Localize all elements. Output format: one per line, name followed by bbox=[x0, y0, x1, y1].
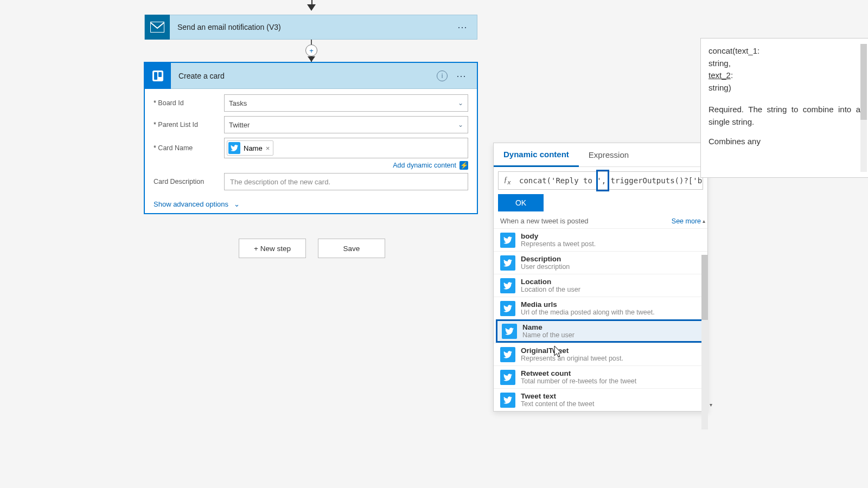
field-item-location[interactable]: LocationLocation of the user bbox=[494, 274, 707, 297]
field-name: Retweet count bbox=[521, 369, 636, 377]
ok-button[interactable]: OK bbox=[498, 194, 544, 211]
parent-list-value: Twitter bbox=[229, 121, 250, 129]
action-title: Send an email notification (V3) bbox=[177, 23, 281, 31]
field-name: Location bbox=[521, 278, 580, 286]
chevron-down-icon: ⌄ bbox=[234, 200, 240, 208]
card-description-label: Card Description bbox=[154, 178, 224, 185]
info-icon[interactable]: i bbox=[437, 70, 448, 81]
card-description-placeholder: The description of the new card. bbox=[230, 178, 330, 186]
field-description: User description bbox=[521, 263, 570, 271]
card-description-input[interactable]: The description of the new card. bbox=[224, 173, 468, 190]
action-send-email[interactable]: Send an email notification (V3) ⋯ bbox=[144, 15, 477, 40]
token-label: Name bbox=[244, 144, 263, 152]
svg-rect-2 bbox=[154, 72, 157, 80]
action-more-button[interactable]: ⋯ bbox=[457, 21, 468, 33]
twitter-icon bbox=[502, 324, 517, 339]
list-scrollbar[interactable] bbox=[701, 255, 708, 429]
trello-header[interactable]: Create a card i ⋯ bbox=[145, 63, 477, 89]
board-id-label: * Board Id bbox=[154, 99, 224, 107]
arrow-mid bbox=[308, 56, 315, 62]
source-label: When a new tweet is posted bbox=[500, 217, 589, 225]
board-id-value: Tasks bbox=[229, 99, 247, 107]
action-create-card: Create a card i ⋯ * Board Id Tasks ⌄ * P… bbox=[144, 62, 478, 214]
twitter-icon bbox=[500, 370, 515, 385]
tab-dynamic-content[interactable]: Dynamic content bbox=[494, 143, 579, 167]
scrollbar-thumb[interactable] bbox=[860, 44, 867, 120]
field-description: Name of the user bbox=[522, 331, 575, 339]
field-name: Name bbox=[522, 323, 575, 331]
svg-rect-0 bbox=[150, 22, 164, 33]
twitter-icon bbox=[500, 233, 515, 248]
twitter-icon bbox=[500, 255, 515, 271]
plus-icon: ⚡ bbox=[459, 161, 468, 170]
chevron-down-icon: ⌄ bbox=[458, 121, 463, 129]
field-name: Media urls bbox=[521, 300, 655, 309]
field-name: Tweet text bbox=[521, 392, 595, 400]
field-description: Represents an original tweet post. bbox=[521, 355, 623, 362]
dynamic-field-list: bodyRepresents a tweet post.DescriptionU… bbox=[494, 228, 707, 411]
twitter-icon bbox=[500, 393, 515, 408]
card-name-label: * Card Name bbox=[154, 144, 224, 152]
expression-help-tooltip: concat(text_1: string, text_2: string) R… bbox=[700, 38, 868, 178]
twitter-icon bbox=[500, 278, 515, 293]
field-item-body[interactable]: bodyRepresents a tweet post. bbox=[494, 228, 707, 251]
board-id-dropdown[interactable]: Tasks ⌄ bbox=[224, 94, 468, 112]
parent-list-dropdown[interactable]: Twitter ⌄ bbox=[224, 116, 468, 133]
twitter-icon bbox=[228, 142, 240, 154]
field-description: Represents a tweet post. bbox=[521, 240, 596, 248]
svg-rect-3 bbox=[158, 72, 162, 77]
expression-text: concat('Reply to ', triggerOutputs()?['b… bbox=[516, 176, 703, 185]
field-description: Location of the user bbox=[521, 286, 580, 293]
trello-icon bbox=[145, 63, 171, 89]
trello-more-button[interactable]: ⋯ bbox=[456, 70, 467, 82]
field-item-description[interactable]: DescriptionUser description bbox=[494, 251, 707, 274]
card-name-input[interactable]: Name × bbox=[224, 138, 468, 158]
field-item-name[interactable]: NameName of the user bbox=[496, 319, 705, 343]
twitter-icon bbox=[500, 347, 515, 362]
field-name: OriginalTweet bbox=[521, 346, 623, 355]
field-name: Description bbox=[521, 255, 570, 263]
see-more-link[interactable]: See more bbox=[672, 217, 701, 225]
field-item-media-urls[interactable]: Media urlsUrl of the media posted along … bbox=[494, 297, 707, 319]
trello-title: Create a card bbox=[178, 72, 225, 80]
expression-cursor-highlight bbox=[596, 170, 609, 191]
chevron-down-icon: ⌄ bbox=[458, 99, 463, 107]
arrow-into-email bbox=[310, 0, 314, 12]
parent-list-label: * Parent List Id bbox=[154, 121, 224, 129]
email-icon bbox=[145, 15, 170, 40]
twitter-icon bbox=[500, 301, 515, 316]
field-item-tweet-text[interactable]: Tweet textText content of the tweet bbox=[494, 388, 707, 411]
source-header: When a new tweet is posted See more ▴ bbox=[494, 215, 707, 228]
show-advanced-options[interactable]: Show advanced options ⌄ bbox=[154, 195, 468, 210]
tab-expression[interactable]: Expression bbox=[579, 143, 639, 166]
field-item-originaltweet[interactable]: OriginalTweetRepresents an original twee… bbox=[494, 343, 707, 365]
field-item-retweet-count[interactable]: Retweet countTotal number of re-tweets f… bbox=[494, 365, 707, 388]
save-button[interactable]: Save bbox=[318, 239, 385, 258]
tooltip-scrollbar[interactable] bbox=[860, 44, 867, 172]
field-description: Total number of re-tweets for the tweet bbox=[521, 377, 636, 385]
scroll-up-icon[interactable]: ▴ bbox=[703, 218, 705, 224]
insert-step-button[interactable]: + bbox=[305, 44, 317, 56]
add-dynamic-content-link[interactable]: Add dynamic content ⚡ bbox=[393, 161, 468, 170]
new-step-button[interactable]: + New step bbox=[239, 239, 306, 258]
field-description: Url of the media posted along with the t… bbox=[521, 309, 655, 316]
scroll-down-icon[interactable]: ▾ bbox=[710, 402, 712, 408]
dynamic-token-name[interactable]: Name × bbox=[227, 140, 273, 156]
field-description: Text content of the tweet bbox=[521, 400, 595, 408]
fx-icon: ƒx bbox=[499, 176, 516, 185]
token-remove-button[interactable]: × bbox=[266, 144, 270, 152]
scrollbar-thumb[interactable] bbox=[701, 255, 708, 320]
field-name: body bbox=[521, 232, 596, 240]
